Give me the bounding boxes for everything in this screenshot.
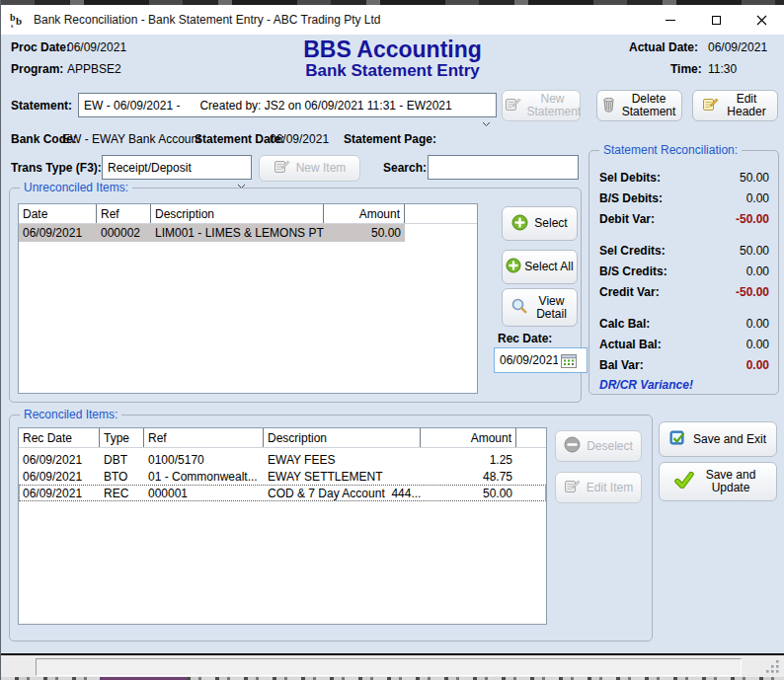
select-label: Select [534, 217, 567, 230]
cell-amount: 50.00 [421, 485, 516, 501]
title-bar: b s b Bank Reconciliation - Bank Stateme… [1, 5, 784, 35]
recon-value: 0.00 [746, 358, 769, 372]
new-statement-label: New Statement [527, 93, 579, 118]
cell-description: EWAY SETTLEMENT [264, 468, 421, 485]
recon-value: -50.00 [736, 212, 769, 226]
cell-ref: 0100/5170 [144, 451, 264, 468]
recon-value: 50.00 [740, 171, 769, 185]
column-header-ref[interactable]: Ref [97, 204, 151, 223]
recon-label: Sel Debits: [599, 171, 661, 185]
reconciled-items-title: Reconciled Items: [20, 408, 121, 421]
recon-label: B/S Credits: [599, 264, 667, 278]
recon-row-sel-credits: Sel Credits: 50.00 [599, 244, 769, 258]
status-message-panel [36, 658, 742, 676]
cell-ref: 000002 [97, 224, 151, 242]
recon-row-calc-bal: Calc Bal: 0.00 [599, 317, 769, 331]
maximize-button[interactable] [693, 5, 739, 35]
column-header-ref[interactable]: Ref [144, 428, 264, 447]
statement-select[interactable]: EW - 06/09/2021 - Created by: JS2 on 06/… [78, 93, 497, 117]
view-detail-button[interactable]: View Detail [502, 288, 578, 327]
statement-page-label: Statement Page: [344, 132, 436, 146]
edit-notepad-icon [702, 97, 719, 115]
rec-date-input[interactable] [495, 353, 558, 367]
unreconciled-header-row: Date Ref Description Amount [19, 204, 477, 224]
new-item-button[interactable]: New Item [259, 155, 360, 182]
cell-description: LIM001 - LIMES & LEMONS PTY L... [151, 224, 324, 242]
search-input[interactable] [428, 155, 579, 180]
recon-label: Bal Var: [599, 358, 644, 372]
reconciled-row-1[interactable]: 06/09/2021 DBT 0100/5170 EWAY FEES 1.25 [19, 451, 546, 468]
trans-type-label: Trans Type (F3): [11, 161, 102, 175]
rec-date-field [494, 347, 588, 373]
recon-label: Calc Bal: [599, 317, 650, 331]
cell-amount: 48.75 [421, 468, 516, 485]
save-and-update-button[interactable]: Save and Update [659, 462, 777, 501]
select-all-button[interactable]: Select All [502, 250, 578, 284]
column-header-rec-date[interactable]: Rec Date [19, 428, 100, 447]
save-and-exit-button[interactable]: Save and Exit [659, 421, 777, 457]
new-item-label: New Item [296, 162, 347, 175]
resize-grip[interactable] [766, 660, 779, 676]
recon-value: 0.00 [746, 264, 769, 278]
edit-item-button[interactable]: Edit Item [555, 472, 642, 503]
recon-label: Credit Var: [599, 285, 660, 299]
column-header-amount[interactable]: Amount [324, 204, 405, 223]
unreconciled-row[interactable]: 06/09/2021 000002 LIM001 - LIMES & LEMON… [19, 224, 477, 242]
recon-row-bs-credits: B/S Credits: 0.00 [599, 264, 769, 278]
cell-ref: 01 - Commonwealt... [144, 468, 264, 485]
recon-value: -50.00 [736, 285, 769, 299]
time-label: Time: [670, 62, 702, 76]
view-detail-label: View Detail [534, 295, 570, 321]
new-statement-button[interactable]: New Statement [502, 90, 581, 121]
statement-reconciliation-panel: Statement Reconciliation: Sel Debits: 50… [588, 150, 779, 395]
cell-type: REC [100, 485, 144, 501]
recon-row-bal-var: Bal Var: 0.00 [599, 358, 769, 372]
edit-item-label: Edit Item [587, 482, 633, 494]
save-and-update-label: Save and Update [700, 469, 761, 494]
column-header-amount[interactable]: Amount [421, 428, 516, 447]
edit-header-button[interactable]: Edit Header [692, 90, 778, 121]
minimize-icon [666, 20, 675, 21]
deselect-label: Deselect [587, 440, 633, 453]
trans-type-select[interactable]: Receipt/Deposit [102, 155, 252, 180]
unreconciled-items-group: Unreconciled Items: Date Ref Description… [9, 188, 582, 403]
statement-select-value: EW - 06/09/2021 - Created by: JS2 on 06/… [84, 99, 452, 113]
cell-rec-date: 06/09/2021 [19, 468, 100, 485]
delete-statement-button[interactable]: Delete Statement [596, 90, 682, 121]
notepad-pencil-icon [274, 159, 290, 178]
recon-value: 50.00 [740, 244, 769, 258]
reconciled-row-3[interactable]: 06/09/2021 REC 000001 COD & 7 Day Accoun… [19, 485, 546, 501]
cell-description: EWAY FEES [264, 451, 421, 468]
edit-header-label: Edit Header [725, 93, 768, 118]
checkbox-check-icon [669, 430, 687, 449]
unreconciled-items-title: Unreconciled Items: [20, 181, 132, 194]
select-button[interactable]: Select [502, 206, 578, 241]
recon-row-actual-bal: Actual Bal: 0.00 [599, 338, 769, 351]
recon-row-credit-var: Credit Var: -50.00 [599, 285, 769, 299]
recon-row-sel-debits: Sel Debits: 50.00 [599, 171, 769, 185]
calendar-button[interactable] [558, 349, 580, 371]
column-header-description[interactable]: Description [264, 428, 421, 447]
svg-text:b: b [16, 15, 22, 27]
cell-type: BTO [100, 468, 144, 485]
cell-date: 06/09/2021 [19, 224, 97, 242]
minimize-button[interactable] [648, 5, 693, 35]
plus-circle-icon [506, 258, 521, 276]
bank-code-value: EW - EWAY Bank Account [62, 132, 201, 146]
close-button[interactable] [739, 5, 784, 35]
reconciled-row-2[interactable]: 06/09/2021 BTO 01 - Commonwealt... EWAY … [19, 468, 546, 485]
column-header-date[interactable]: Date [19, 204, 97, 223]
actual-date-value: 06/09/2021 [708, 40, 767, 54]
recon-label: B/S Debits: [599, 191, 663, 205]
cell-filler [405, 224, 477, 242]
reconciled-header-row: Rec Date Type Ref Description Amount [19, 428, 546, 448]
column-header-description[interactable]: Description [151, 204, 324, 223]
recon-label: Actual Bal: [599, 338, 662, 351]
deselect-button[interactable]: Deselect [555, 430, 642, 462]
column-header-type[interactable]: Type [100, 428, 144, 447]
recon-label: Sel Credits: [599, 244, 666, 258]
delete-statement-label: Delete Statement [621, 93, 676, 118]
recon-row-debit-var: Debit Var: -50.00 [599, 212, 769, 226]
window-title: Bank Reconciliation - Bank Statement Ent… [34, 13, 381, 27]
application-window: b s b Bank Reconciliation - Bank Stateme… [0, 0, 784, 680]
